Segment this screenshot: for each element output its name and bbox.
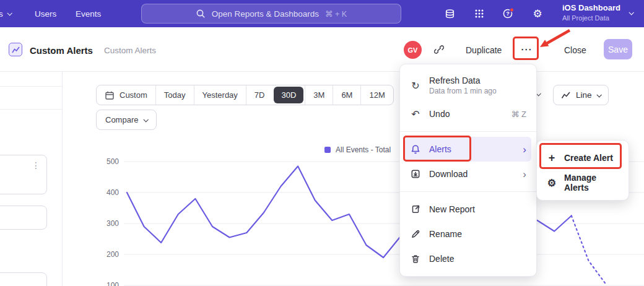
- duplicate-button[interactable]: Duplicate: [466, 45, 502, 55]
- search-icon: [196, 9, 206, 19]
- kebab-menu-icon[interactable]: ⋮: [32, 160, 40, 170]
- sidebar-card[interactable]: ⋮: [0, 155, 47, 194]
- menu-item-refresh-sublabel: Data from 1 min ago: [429, 87, 497, 95]
- menu-divider: [400, 131, 536, 132]
- line-chart-icon: [561, 90, 571, 100]
- top-nav-bar: s Users Events Open Reports & Dashboards…: [0, 0, 644, 27]
- notification-dot: [510, 8, 514, 12]
- sidebar-card[interactable]: [0, 206, 47, 230]
- range-custom[interactable]: Custom: [97, 85, 155, 105]
- more-options-button[interactable]: ⋯: [516, 39, 537, 59]
- undo-icon: ↶: [410, 108, 421, 120]
- range-12m[interactable]: 12M: [360, 85, 393, 105]
- menu-item-rename-label: Rename: [429, 229, 462, 239]
- search-shortcut: ⌘ + K: [325, 9, 347, 19]
- report-options-menu: ↻ Refresh Data Data from 1 min ago ↶ Und…: [399, 64, 537, 277]
- range-12m-label: 12M: [369, 90, 385, 100]
- range-today-label: Today: [164, 90, 186, 100]
- chevron-down-icon: [7, 11, 12, 15]
- project-scope: All Project Data: [562, 14, 620, 22]
- compare-button[interactable]: Compare: [96, 110, 157, 130]
- range-6m[interactable]: 6M: [333, 85, 360, 105]
- menu-item-delete[interactable]: Delete: [400, 246, 536, 271]
- menu-item-rename[interactable]: Rename: [400, 222, 536, 246]
- compare-label: Compare: [105, 115, 138, 124]
- menu-item-undo[interactable]: ↶ Undo ⌘ Z: [400, 102, 536, 126]
- legend-swatch: [324, 147, 331, 153]
- nav-item-users-label: Users: [35, 9, 56, 19]
- range-yesterday[interactable]: Yesterday: [194, 85, 246, 105]
- pencil-icon: [410, 229, 421, 239]
- y-axis-tick: 400: [97, 188, 119, 197]
- help-icon[interactable]: ?: [502, 7, 515, 20]
- y-axis-tick: 200: [97, 250, 119, 259]
- chart-type-label: Line: [576, 90, 592, 100]
- menu-item-refresh-data[interactable]: ↻ Refresh Data Data from 1 min ago: [400, 69, 536, 102]
- range-7d[interactable]: 7D: [246, 85, 273, 105]
- menu-divider: [400, 191, 536, 192]
- data-icon[interactable]: [443, 7, 456, 20]
- menu-item-alerts-label: Alerts: [429, 144, 451, 154]
- range-3m-label: 3M: [313, 90, 324, 100]
- menu-item-download[interactable]: Download ›: [400, 162, 536, 186]
- sidebar-border: [62, 72, 63, 286]
- sidebar-divider: [0, 109, 62, 110]
- range-30d-selected[interactable]: 30D: [274, 87, 303, 103]
- nav-item-users[interactable]: Users: [35, 0, 56, 27]
- plus-icon: +: [546, 152, 557, 165]
- menu-item-refresh-label: Refresh Data: [429, 76, 497, 85]
- breadcrumb[interactable]: Custom Alerts: [104, 46, 156, 55]
- chart-type-button[interactable]: Line: [553, 85, 609, 105]
- range-today[interactable]: Today: [155, 85, 194, 105]
- settings-gear-icon[interactable]: ⚙: [531, 7, 544, 20]
- gear-icon: ⚙: [546, 177, 557, 189]
- alerts-submenu: + Create Alert ⚙ Manage Alerts: [536, 140, 629, 201]
- y-axis-tick: 100: [97, 281, 119, 286]
- menu-item-undo-shortcut: ⌘ Z: [511, 110, 526, 119]
- project-name: iOS Dashboard: [562, 3, 620, 13]
- report-chart-icon: [9, 43, 22, 56]
- create-alert-label: Create Alert: [564, 153, 613, 163]
- app-window: s Users Events Open Reports & Dashboards…: [0, 0, 644, 286]
- y-axis-tick: 500: [97, 157, 119, 166]
- range-3m[interactable]: 3M: [305, 85, 333, 105]
- refresh-icon: ↻: [410, 80, 421, 92]
- nav-item-events[interactable]: Events: [76, 0, 101, 27]
- menu-item-new-report-label: New Report: [429, 204, 475, 214]
- nav-item-partial[interactable]: s: [0, 0, 11, 27]
- save-button[interactable]: Save: [604, 39, 632, 59]
- copy-link-icon[interactable]: [434, 45, 444, 57]
- chevron-down-icon: [596, 92, 601, 97]
- chevron-right-icon: ›: [523, 169, 526, 180]
- download-icon: [410, 169, 421, 179]
- date-range-group: Custom Today Yesterday 7D 30D 3M 6M 12M: [96, 85, 394, 105]
- submenu-item-manage-alerts[interactable]: ⚙ Manage Alerts: [537, 170, 629, 195]
- search-bar[interactable]: Open Reports & Dashboards ⌘ + K: [141, 4, 401, 24]
- apps-grid-icon[interactable]: [473, 7, 485, 20]
- range-6m-label: 6M: [341, 90, 352, 100]
- range-custom-label: Custom: [120, 90, 147, 100]
- report-header: Custom Alerts Custom Alerts GV Duplicate…: [0, 27, 644, 72]
- submenu-item-create-alert[interactable]: + Create Alert: [537, 145, 629, 170]
- bell-icon: [410, 144, 421, 154]
- avatar[interactable]: GV: [404, 41, 422, 59]
- range-30d-label: 30D: [281, 90, 296, 100]
- chart-legend[interactable]: All Events - Total: [324, 145, 391, 154]
- chevron-down-icon[interactable]: [629, 10, 633, 15]
- new-report-icon: [410, 204, 421, 214]
- menu-item-new-report[interactable]: New Report: [400, 197, 536, 222]
- sidebar-divider: [0, 86, 62, 87]
- menu-item-undo-label: Undo: [429, 109, 450, 119]
- close-button[interactable]: Close: [564, 45, 586, 55]
- y-axis-tick: 300: [97, 219, 119, 228]
- legend-label: All Events - Total: [336, 145, 391, 154]
- nav-item-partial-label: s: [0, 9, 3, 19]
- manage-alerts-label: Manage Alerts: [564, 173, 619, 193]
- menu-item-download-label: Download: [429, 169, 468, 179]
- project-selector[interactable]: iOS Dashboard All Project Data: [562, 3, 620, 22]
- page-title: Custom Alerts: [30, 45, 93, 56]
- sidebar-card[interactable]: [0, 272, 47, 286]
- menu-item-alerts[interactable]: Alerts ›: [405, 137, 531, 162]
- chevron-down-icon: [144, 117, 149, 122]
- search-placeholder: Open Reports & Dashboards: [212, 9, 319, 19]
